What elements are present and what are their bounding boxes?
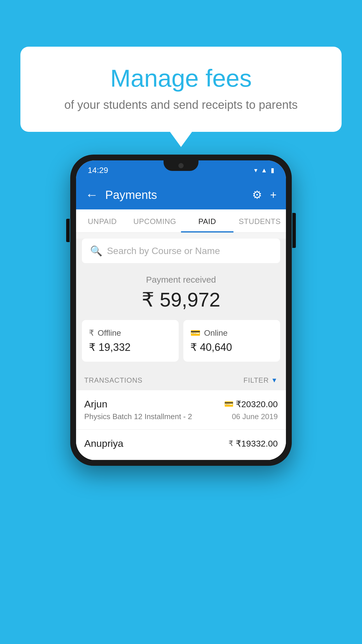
payment-received-amount: ₹ 59,972 <box>82 288 280 311</box>
status-time: 14:29 <box>88 166 108 175</box>
online-card: 💳 Online ₹ 40,640 <box>183 320 280 362</box>
settings-icon[interactable]: ⚙ <box>252 188 262 201</box>
speech-bubble-container: Manage fees of your students and send re… <box>20 47 342 132</box>
transaction-date-1: 06 June 2019 <box>232 412 278 421</box>
signal-icon: ▲ <box>261 167 267 174</box>
tab-students[interactable]: STUDENTS <box>233 209 286 232</box>
filter-icon: ▼ <box>271 377 278 384</box>
transaction-amount-2: ₹ ₹19332.00 <box>229 438 278 449</box>
phone-screen: 14:29 ▾ ▲ ▮ ← Payments ⚙ + UNPAID UPCO <box>76 160 286 460</box>
offline-card-header: ₹ Offline <box>89 328 172 338</box>
payment-received-section: Payment received ₹ 59,972 <box>76 263 286 320</box>
offline-amount: ₹ 19,332 <box>89 341 172 354</box>
online-amount: ₹ 40,640 <box>190 341 273 354</box>
speech-bubble-subtitle: of your students and send receipts to pa… <box>41 98 321 111</box>
payment-cards-row: ₹ Offline ₹ 19,332 💳 Online ₹ 40,640 <box>76 320 286 370</box>
app-header: ← Payments ⚙ + <box>76 180 286 209</box>
transaction-top-1: Arjun 💳 ₹20320.00 <box>84 398 278 410</box>
tabs: UNPAID UPCOMING PAID STUDENTS <box>76 209 286 233</box>
online-label: Online <box>204 328 228 338</box>
notch-camera <box>178 163 184 168</box>
tab-paid[interactable]: PAID <box>181 209 233 232</box>
tab-unpaid[interactable]: UNPAID <box>76 209 129 232</box>
speech-bubble-title: Manage fees <box>41 64 321 92</box>
payment-received-label: Payment received <box>82 275 280 285</box>
filter-label-text: FILTER <box>243 376 269 384</box>
status-bar: 14:29 ▾ ▲ ▮ <box>76 160 286 180</box>
transaction-row[interactable]: Arjun 💳 ₹20320.00 Physics Batch 12 Insta… <box>76 390 286 430</box>
offline-icon: ₹ <box>89 328 94 338</box>
payment-type-icon-2: ₹ <box>229 439 233 448</box>
offline-label: Offline <box>98 328 121 338</box>
phone-frame: 14:29 ▾ ▲ ▮ ← Payments ⚙ + UNPAID UPCO <box>70 155 292 466</box>
transaction-top-2: Anupriya ₹ ₹19332.00 <box>84 438 278 449</box>
search-placeholder: Search by Course or Name <box>107 246 220 256</box>
back-button[interactable]: ← <box>85 188 98 202</box>
wifi-icon: ▾ <box>254 167 257 174</box>
app-title: Payments <box>105 188 245 202</box>
speech-bubble: Manage fees of your students and send re… <box>20 47 342 132</box>
transaction-name-2: Anupriya <box>84 438 123 449</box>
add-icon[interactable]: + <box>270 189 277 201</box>
online-card-header: 💳 Online <box>190 328 273 338</box>
search-bar[interactable]: 🔍 Search by Course or Name <box>82 239 280 263</box>
battery-icon: ▮ <box>271 167 274 174</box>
transactions-header: TRANSACTIONS FILTER ▼ <box>76 370 286 390</box>
transactions-label: TRANSACTIONS <box>84 376 143 384</box>
notch <box>164 160 198 171</box>
search-icon: 🔍 <box>90 245 102 257</box>
filter-button[interactable]: FILTER ▼ <box>243 376 278 384</box>
tab-upcoming[interactable]: UPCOMING <box>129 209 181 232</box>
transaction-amount-1: 💳 ₹20320.00 <box>224 399 278 409</box>
transaction-course-1: Physics Batch 12 Installment - 2 <box>84 412 192 421</box>
transaction-row[interactable]: Anupriya ₹ ₹19332.00 <box>76 430 286 460</box>
phone-container: 14:29 ▾ ▲ ▮ ← Payments ⚙ + UNPAID UPCO <box>70 155 292 466</box>
offline-card: ₹ Offline ₹ 19,332 <box>82 320 179 362</box>
transaction-bottom-1: Physics Batch 12 Installment - 2 06 June… <box>84 412 278 421</box>
status-icons: ▾ ▲ ▮ <box>254 167 274 174</box>
transaction-name-1: Arjun <box>84 398 107 410</box>
header-icons: ⚙ + <box>252 188 277 201</box>
content-area: 🔍 Search by Course or Name Payment recei… <box>76 239 286 460</box>
online-icon: 💳 <box>190 328 201 338</box>
payment-type-icon-1: 💳 <box>224 400 233 409</box>
